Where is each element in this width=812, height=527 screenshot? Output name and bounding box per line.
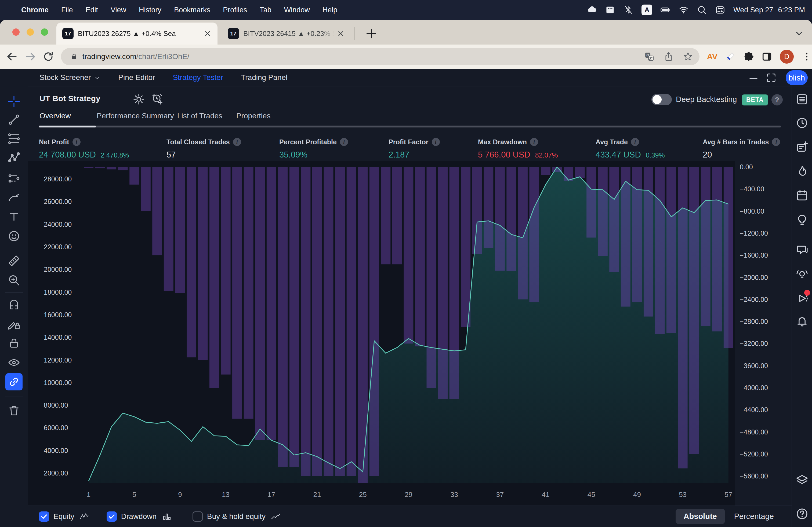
- equity-checkbox[interactable]: [39, 511, 49, 522]
- streams-icon[interactable]: [796, 268, 809, 281]
- sync-drawings-link-icon[interactable]: [5, 373, 23, 390]
- close-tab-icon[interactable]: [337, 30, 345, 37]
- ideas-bulb-icon[interactable]: [796, 213, 809, 226]
- address-bar[interactable]: tradingview.com/chart/Erli3OhE/ G: [61, 48, 699, 65]
- hide-drawings-icon[interactable]: [5, 354, 23, 371]
- new-tab-button[interactable]: [365, 27, 378, 40]
- battery-icon[interactable]: [660, 5, 670, 15]
- info-icon[interactable]: i: [73, 138, 81, 146]
- brush-icon[interactable]: [5, 189, 23, 206]
- hotlists-flame-icon[interactable]: [796, 165, 809, 178]
- magnet-icon[interactable]: [5, 296, 23, 313]
- ruler-icon[interactable]: [5, 252, 23, 269]
- info-icon[interactable]: i: [631, 138, 639, 146]
- nav-item-pine-editor[interactable]: Pine Editor: [118, 73, 155, 82]
- nav-item-stock-screener[interactable]: Stock Screener: [40, 73, 100, 82]
- menubar-item-history[interactable]: History: [139, 6, 161, 14]
- control-center-icon[interactable]: [715, 5, 725, 15]
- trend-line-icon[interactable]: [5, 111, 23, 128]
- buyhold-checkbox[interactable]: [192, 511, 203, 522]
- wifi-icon[interactable]: [679, 5, 689, 15]
- menubar-item-edit[interactable]: Edit: [86, 6, 98, 14]
- absolute-mode-button[interactable]: Absolute: [676, 509, 725, 524]
- menubar-clock[interactable]: Wed Sep 27 6:23 PM: [733, 6, 805, 14]
- watchlist-icon[interactable]: [796, 93, 809, 106]
- xabcd-pattern-icon[interactable]: [5, 149, 23, 167]
- back-button[interactable]: [6, 50, 18, 63]
- menubar-item-help[interactable]: Help: [322, 6, 337, 14]
- menubar-item-file[interactable]: File: [61, 6, 73, 14]
- prediction-icon[interactable]: [5, 170, 23, 187]
- zoom-window-button[interactable]: [41, 28, 48, 36]
- menubar-item-window[interactable]: Window: [284, 6, 310, 14]
- share-icon[interactable]: [664, 51, 674, 62]
- publish-button-clipped[interactable]: blish: [786, 70, 808, 85]
- av-extension-icon[interactable]: AV: [707, 52, 717, 61]
- screener-panel-icon[interactable]: [796, 140, 809, 153]
- browser-tab-1[interactable]: 17BITU2023 26275 ▲ +0.4% Sea: [56, 22, 218, 45]
- info-icon[interactable]: i: [772, 138, 780, 146]
- fib-retracement-icon[interactable]: [5, 130, 23, 147]
- report-tab-performance-summary[interactable]: Performance Summary: [97, 111, 174, 120]
- drawdown-checkbox[interactable]: [106, 511, 117, 522]
- emoji-icon[interactable]: [5, 228, 23, 245]
- drawing-lock-icon[interactable]: [5, 315, 23, 332]
- info-icon[interactable]: i: [340, 138, 348, 146]
- reload-button[interactable]: [42, 50, 55, 63]
- report-tab-properties[interactable]: Properties: [236, 111, 271, 120]
- nav-item-trading-panel[interactable]: Trading Panel: [241, 73, 287, 82]
- nav-item-strategy-tester[interactable]: Strategy Tester: [173, 73, 223, 82]
- lock-all-icon[interactable]: [5, 335, 23, 352]
- profile-avatar[interactable]: D: [780, 50, 794, 64]
- forward-button[interactable]: [24, 50, 37, 63]
- text-tool-icon[interactable]: [5, 208, 23, 225]
- browser-tab-2[interactable]: 17BITV2023 26415 ▲ +0.23% Se: [222, 22, 351, 45]
- eyedropper-extension-icon[interactable]: [725, 51, 736, 62]
- equity-drawdown-chart[interactable]: 28000.0026000.0024000.0022000.0020000.00…: [28, 161, 792, 506]
- tab-search-chevron-icon[interactable]: [794, 28, 804, 39]
- help-circle-icon[interactable]: [796, 508, 809, 520]
- browser-menu-kebab-icon[interactable]: [801, 51, 812, 62]
- deep-backtesting-help-icon[interactable]: ?: [771, 94, 783, 105]
- maximize-panel-icon[interactable]: [766, 73, 777, 83]
- report-tab-list-of-trades[interactable]: List of Trades: [177, 111, 222, 120]
- bookmark-star-icon[interactable]: [683, 51, 693, 62]
- drawdown-checkbox-group[interactable]: Drawdown: [106, 511, 173, 522]
- menubar-item-view[interactable]: View: [111, 6, 126, 14]
- report-tab-overview[interactable]: Overview: [40, 111, 71, 120]
- extensions-puzzle-icon[interactable]: [743, 51, 754, 62]
- video-play-icon[interactable]: [796, 292, 809, 305]
- alerts-clock-icon[interactable]: [796, 117, 809, 129]
- input-source-icon[interactable]: A: [641, 4, 652, 15]
- menubar-item-tab[interactable]: Tab: [260, 6, 272, 14]
- crosshair-icon[interactable]: [5, 93, 23, 110]
- add-alert-icon[interactable]: [151, 93, 163, 105]
- minimize-panel-icon[interactable]: [748, 73, 759, 83]
- close-tab-icon[interactable]: [204, 30, 212, 37]
- remove-drawings-trash-icon[interactable]: [5, 402, 23, 419]
- calendar-icon[interactable]: [796, 189, 809, 202]
- chat-icon[interactable]: [796, 244, 809, 257]
- object-tree-icon[interactable]: [796, 474, 809, 487]
- bluetooth-off-icon[interactable]: [623, 5, 634, 15]
- menubar-item-profiles[interactable]: Profiles: [223, 6, 247, 14]
- deep-backtesting-toggle[interactable]: [651, 94, 672, 105]
- keyboard-icon[interactable]: [605, 5, 615, 15]
- info-icon[interactable]: i: [530, 138, 538, 146]
- buyhold-checkbox-group[interactable]: Buy & hold equity: [192, 511, 282, 522]
- info-icon[interactable]: i: [432, 138, 440, 146]
- percentage-mode-button[interactable]: Percentage: [734, 512, 774, 521]
- menubar-item-bookmarks[interactable]: Bookmarks: [174, 6, 210, 14]
- site-security-lock-icon[interactable]: [70, 52, 79, 61]
- info-icon[interactable]: i: [233, 138, 241, 146]
- strategy-settings-gear-icon[interactable]: [133, 93, 145, 105]
- equity-checkbox-group[interactable]: Equity: [39, 511, 90, 522]
- zoom-in-icon[interactable]: [5, 272, 23, 289]
- translate-icon[interactable]: G: [644, 51, 654, 62]
- close-window-button[interactable]: [12, 28, 19, 36]
- notifications-bell-icon[interactable]: [796, 315, 809, 327]
- side-panel-icon[interactable]: [762, 51, 772, 62]
- cloud-icon[interactable]: [587, 5, 597, 15]
- menubar-item-chrome[interactable]: Chrome: [21, 6, 48, 14]
- minimize-window-button[interactable]: [27, 28, 34, 36]
